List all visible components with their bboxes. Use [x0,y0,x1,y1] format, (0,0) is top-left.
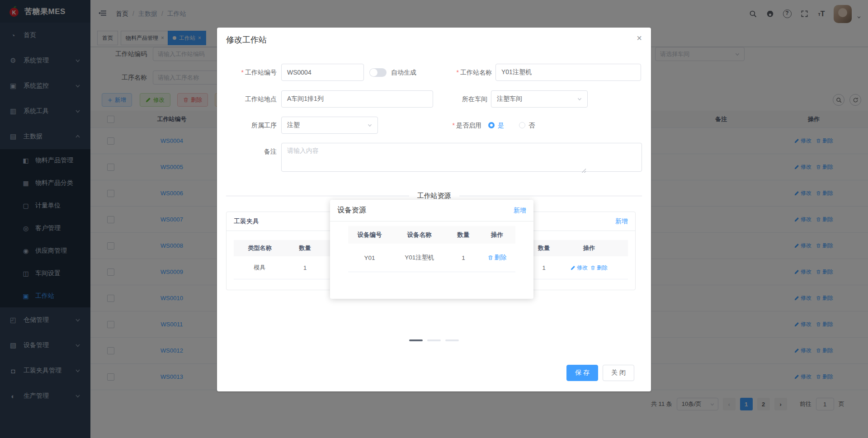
dialog-title: 修改工作站 [226,34,267,45]
carousel-indicators [217,339,651,341]
labor-delete-link[interactable]: 删除 [590,264,608,272]
equipment-qty: 1 [448,254,479,261]
equipment-popup-header: 设备资源 新增 [330,200,533,221]
location-input[interactable] [281,90,433,108]
code-input[interactable] [281,64,364,81]
auto-generate-label: 自动生成 [391,64,416,81]
chevron-down-icon [576,96,583,102]
location-label: 工作站地点 [217,90,277,108]
equipment-name: Y01注塑机 [391,254,448,262]
fixture-type: 模具 [234,264,286,272]
labor-add-link[interactable]: 新增 [615,217,628,226]
workshop-select[interactable]: 注塑车间 [491,90,588,108]
required-mark: * [457,69,459,76]
code-label: *工作站编号 [217,64,277,81]
equipment-popup: 设备资源 新增 设备编号 设备名称 数量 操作 Y01 Y01注塑机 1 删除 [330,200,533,299]
required-mark: * [241,69,244,76]
enabled-yes-radio[interactable]: 是 [488,117,504,134]
carousel-dot-3[interactable] [445,339,459,341]
trash-icon [590,265,595,270]
pencil-icon [571,265,576,270]
header-action: 操作 [479,231,515,239]
header-equipment-code: 设备编号 [348,231,391,239]
equipment-add-link[interactable]: 新增 [514,207,526,215]
required-mark: * [453,122,455,129]
edit-workstation-dialog: 修改工作站 × *工作站编号 自动生成 *工作站名称 工作站地点 所在车间 注塑… [217,28,651,391]
header-equipment-name: 设备名称 [391,231,448,239]
save-button[interactable]: 保 存 [566,365,598,381]
close-button[interactable]: 关 闭 [603,365,634,381]
radio-label: 否 [528,117,535,134]
remark-textarea[interactable] [281,143,642,172]
equipment-table: 设备编号 设备名称 数量 操作 Y01 Y01注塑机 1 删除 [348,226,515,272]
name-input[interactable] [495,64,641,81]
equipment-code: Y01 [348,254,391,261]
textarea-resize-handle[interactable] [581,168,586,173]
workshop-label: 所在车间 [428,90,487,108]
select-value: 注塑 [287,121,300,129]
fixture-qty: 1 [286,264,324,271]
equipment-popup-title: 设备资源 [337,206,366,215]
radio-label: 是 [498,117,504,134]
equipment-delete-link[interactable]: 删除 [488,254,507,262]
enabled-label: *是否启用 [422,117,481,134]
process-select[interactable]: 注塑 [281,117,378,134]
labor-edit-link[interactable]: 修改 [571,264,588,272]
select-value: 注塑车间 [497,95,522,103]
dialog-close-icon[interactable]: × [637,33,642,43]
section-title: 工作站资源 [217,192,651,200]
name-label: *工作站名称 [432,64,492,81]
carousel-dot-2[interactable] [427,339,441,341]
radio-dot [488,122,495,128]
auto-generate-toggle[interactable] [369,68,387,77]
radio-dot [519,122,525,128]
dialog-footer: 保 存 关 闭 [566,365,634,381]
fixture-panel-title: 工装夹具 [234,217,259,226]
process-label: 所属工序 [217,117,277,134]
header-qty: 数量 [448,231,479,239]
carousel-dot-1[interactable] [409,339,423,341]
chevron-down-icon [367,122,373,128]
header-action: 操作 [562,244,616,252]
trash-icon [488,255,493,260]
remark-label: 备注 [217,143,277,160]
header-qty: 数量 [286,244,324,252]
header-type: 类型名称 [234,244,286,252]
enabled-no-radio[interactable]: 否 [519,117,535,134]
